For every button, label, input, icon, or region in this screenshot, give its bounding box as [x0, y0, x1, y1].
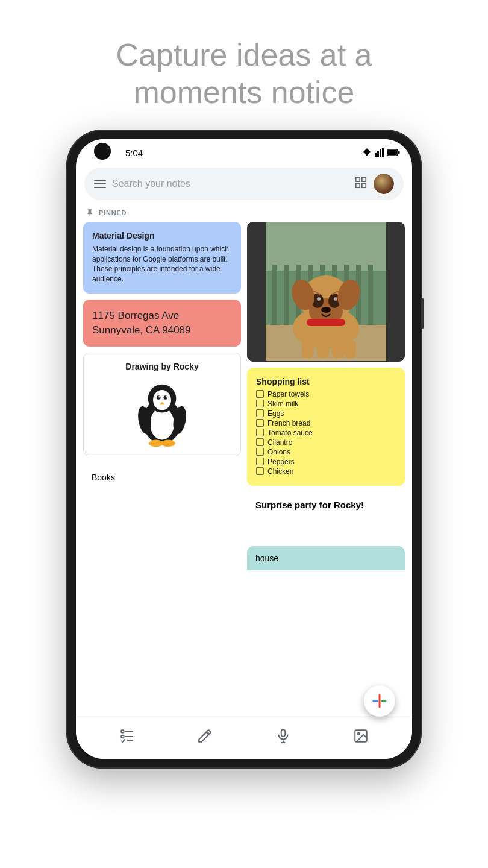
penguin-drawing	[132, 375, 192, 447]
svg-rect-48	[302, 340, 314, 358]
search-bar[interactable]: Search your notes	[84, 168, 404, 200]
svg-rect-10	[356, 184, 360, 187]
note-drawing[interactable]: Drawing by Rocky	[83, 353, 241, 456]
status-icons	[361, 148, 400, 157]
address-text: 1175 Borregas Ave Sunnyvale, CA 94089	[92, 309, 232, 338]
new-note-button[interactable]	[192, 723, 218, 749]
svg-rect-9	[362, 178, 366, 181]
view-toggle-button[interactable]	[354, 176, 368, 192]
svg-rect-50	[332, 340, 344, 358]
svg-rect-1	[375, 153, 377, 157]
search-input[interactable]: Search your notes	[112, 178, 348, 189]
svg-rect-4	[382, 148, 384, 157]
svg-rect-11	[362, 184, 366, 187]
new-check-button[interactable]	[114, 723, 140, 749]
checkbox-icon	[256, 409, 264, 417]
books-title: Books	[92, 473, 115, 482]
wifi-icon	[361, 148, 372, 157]
checkbox-icon	[256, 458, 264, 465]
svg-rect-61	[281, 729, 286, 737]
checkbox-icon	[256, 448, 264, 456]
pin-icon	[86, 209, 94, 217]
list-item: Paper towels	[256, 390, 396, 398]
list-item: French bread	[256, 419, 396, 427]
note-surprise-partial[interactable]: Surprise party for Rocky!	[247, 492, 405, 540]
svg-point-19	[166, 396, 167, 398]
svg-point-65	[358, 732, 360, 734]
status-time: 5:04	[125, 148, 143, 158]
surprise-title: Surprise party for Rocky!	[255, 499, 364, 511]
svg-point-43	[334, 297, 337, 301]
svg-point-44	[321, 307, 331, 313]
bottom-toolbar	[76, 715, 412, 759]
list-item: Tomato sauce	[256, 429, 396, 437]
svg-rect-47	[307, 319, 345, 326]
svg-point-42	[317, 297, 321, 301]
new-image-button[interactable]	[348, 723, 374, 749]
side-button	[422, 298, 424, 329]
svg-rect-6	[398, 151, 400, 154]
drawing-title: Drawing by Rocky	[92, 362, 232, 371]
checklist-icon	[119, 728, 135, 744]
headline-line1: Capture ideas at a	[116, 37, 372, 72]
svg-rect-58	[121, 735, 124, 738]
checkbox-icon	[256, 390, 264, 398]
svg-point-16	[157, 395, 161, 400]
svg-rect-56	[121, 730, 124, 732]
house-title: house	[255, 553, 278, 563]
headline-line2: moments notice	[133, 75, 354, 110]
svg-point-18	[158, 396, 160, 398]
checkbox-icon	[256, 438, 264, 446]
pinned-section-label: PINNED	[76, 206, 412, 222]
notes-col-left: Material Design Material design is a fou…	[83, 222, 241, 570]
list-item: Peppers	[256, 458, 396, 466]
hamburger-icon[interactable]	[94, 180, 106, 188]
checkbox-icon	[256, 400, 264, 407]
mic-icon	[275, 728, 291, 744]
plus-icon	[371, 693, 388, 709]
dog-photo-svg	[248, 222, 404, 361]
note-dog-photo[interactable]	[247, 222, 405, 362]
avatar[interactable]	[374, 174, 394, 194]
svg-point-17	[164, 395, 168, 400]
svg-point-24	[161, 439, 175, 447]
image-icon	[353, 728, 369, 744]
pinned-label: PINNED	[99, 209, 127, 216]
shopping-title: Shopping list	[256, 377, 396, 386]
svg-marker-0	[361, 148, 372, 156]
note-body: Material design is a foundation upon whi…	[92, 244, 232, 285]
checkbox-icon	[256, 429, 264, 436]
list-item: Skim milk	[256, 400, 396, 408]
list-item: Onions	[256, 448, 396, 456]
fab-button[interactable]	[364, 685, 395, 717]
notes-col-right: Shopping list Paper towels Skim milk Egg…	[247, 222, 405, 570]
note-house-partial[interactable]: house	[247, 546, 405, 570]
note-material-design[interactable]: Material Design Material design is a fou…	[83, 222, 241, 294]
note-address[interactable]: 1175 Borregas Ave Sunnyvale, CA 94089	[83, 300, 241, 347]
notes-scroll-area: Material Design Material design is a fou…	[76, 222, 412, 759]
svg-rect-3	[380, 149, 381, 157]
svg-rect-51	[344, 340, 356, 358]
camera	[94, 143, 111, 160]
note-shopping-list[interactable]: Shopping list Paper towels Skim milk Egg…	[247, 368, 405, 486]
svg-rect-2	[377, 151, 379, 157]
phone-frame: 5:04	[66, 130, 422, 769]
svg-rect-8	[356, 178, 360, 181]
phone-screen: 5:04	[76, 139, 412, 759]
note-books-partial[interactable]: Books	[83, 462, 241, 492]
notes-row-1: Material Design Material design is a fou…	[76, 222, 412, 570]
signal-icon	[375, 148, 384, 157]
svg-rect-7	[387, 150, 397, 155]
svg-rect-49	[317, 340, 329, 358]
battery-icon	[387, 149, 400, 156]
svg-point-15	[153, 390, 171, 410]
voice-input-button[interactable]	[270, 723, 296, 749]
list-item: Cilantro	[256, 438, 396, 447]
page-headline: Capture ideas at a moments notice	[0, 0, 488, 130]
list-item: Eggs	[256, 409, 396, 418]
pen-icon	[197, 728, 213, 744]
status-bar: 5:04	[76, 139, 412, 163]
note-title: Material Design	[92, 231, 232, 241]
checkbox-icon	[256, 419, 264, 427]
list-item: Chicken	[256, 467, 396, 476]
